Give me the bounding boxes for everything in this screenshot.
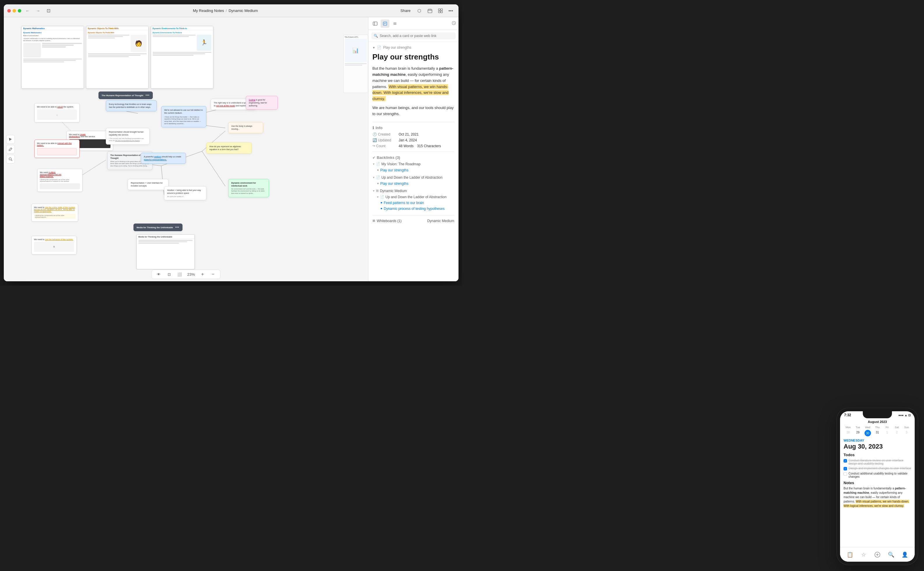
doc-title-environments: Dynamic Environments-To-Think-In <box>153 28 211 29</box>
wb-dm-label: Dynamic Medium <box>427 219 454 223</box>
dm-sub-text-2[interactable]: Dynamic process of testing hypotheses <box>384 207 445 211</box>
node-use-body[interactable]: Use the body in always moving... <box>228 122 263 133</box>
whiteboards-section: ⊞ Whiteboards (1) Dynamic Medium <box>373 219 454 223</box>
doc-card-media-thinking[interactable]: Media for Thinking the Unthinkable <box>136 235 195 269</box>
title-bar-right: Share ⬡ ••• <box>398 8 455 14</box>
zoom-out-button[interactable]: − <box>209 271 217 278</box>
node-text: Representation + User Interface for invi… <box>131 182 165 187</box>
search-tool[interactable] <box>6 155 15 164</box>
sidebar-clock-icon <box>452 21 456 26</box>
stack-icon-button[interactable]: ⬡ <box>415 8 424 14</box>
whiteboard-canvas[interactable]: Dynamic Mathematics Dynamic Mathematics … <box>15 17 368 270</box>
section-options-icon-media[interactable]: ••• <box>176 225 180 229</box>
sidebar-toggle-button[interactable]: ⊡ <box>45 8 53 14</box>
canvas-left-toolbar <box>6 135 15 164</box>
node-technology-throttles[interactable]: Every technology that throttles us in br… <box>106 100 157 111</box>
info-row-updated: 🔄 Updated Jan 4, 2024 <box>373 138 454 142</box>
svg-rect-1 <box>438 9 440 11</box>
body-text-3: We are human beings, and our tools shoul… <box>373 105 454 116</box>
doc-subtitle: Dynamic Medium <box>228 8 258 13</box>
backlink-group-header-ladder[interactable]: ▼ 📄 Up and Down the Ladder of Abstractio… <box>373 176 454 179</box>
breadcrumb-collapse-icon[interactable]: ▼ <box>373 46 375 49</box>
backlink-item-2[interactable]: Play our strengths <box>373 181 454 187</box>
back-button[interactable]: ← <box>24 8 32 14</box>
backlink-text-2[interactable]: Play our strengths <box>380 182 409 186</box>
svg-point-5 <box>9 158 11 160</box>
doc-card-dynamic-objects[interactable]: Dynamic Objects-To-Think-With Dynamic Ob… <box>86 26 149 89</box>
backlinks-collapse-icon: ↙ <box>373 156 375 159</box>
backlinks-section: ↙ Backlinks (3) ▼ 📄 My Vision: The Roadm… <box>373 155 454 211</box>
info-count-values: 48 Words 315 Characters <box>399 144 441 148</box>
doc-icon-myvision: 📄 <box>376 162 380 166</box>
minimize-button[interactable] <box>12 9 16 12</box>
doc-card-dynamic-mathematics[interactable]: Dynamic Mathematics Dynamic Mathematics … <box>21 26 84 89</box>
card-body: But the human brain is fundamentally a p… <box>373 66 454 117</box>
node-not-allowed-intellect[interactable]: We're not allowed to use our full intell… <box>161 106 207 127</box>
title-separator: / <box>226 8 227 13</box>
dm-sub-header-ladder[interactable]: ▼ 📄 Up and Down the Ladder of Abstractio… <box>373 194 454 200</box>
doc-body-media-thinking <box>137 239 194 245</box>
backlink-text-1[interactable]: Play our strengths <box>380 168 409 172</box>
info-label-created: 🕐 Created <box>373 132 399 136</box>
dm-sub-text-1[interactable]: Feed patterns to our brain <box>384 201 424 205</box>
node-text: Intuition + being able to feel your way … <box>167 189 203 198</box>
doc-body-mathematics: Dynamic Mathematics Mode of communicatio… <box>22 30 84 63</box>
dm-sub-item-2[interactable]: Dynamic process of testing hypotheses <box>373 206 454 211</box>
pen-tool[interactable] <box>6 145 15 154</box>
close-button[interactable] <box>7 9 11 12</box>
node-intuition-feeling[interactable]: Intuition + being able to feel your way … <box>164 186 207 200</box>
node-representation-service[interactable]: Representation should brought human capa… <box>106 128 150 145</box>
sidebar-icon: ⊡ <box>47 8 51 14</box>
doc-card-dynamic-environments[interactable]: Dynamic Environments-To-Think-In Dynamic… <box>151 26 213 89</box>
dynamic-medium-header[interactable]: ▼ ⊞ Dynamic Medium <box>373 189 454 193</box>
zoom-in-button[interactable]: + <box>199 271 207 278</box>
search-icon: 🔍 <box>374 34 378 38</box>
dm-sub-collapse-icon: ▼ <box>376 196 379 199</box>
backlink-group-header-myvision[interactable]: ▼ 📄 My Vision: The Roadmap <box>373 162 454 166</box>
section-header-media-thinking[interactable]: Media for Thinking the Unthinkable ••• <box>134 224 183 231</box>
backlink-item-1[interactable]: Play our strengths <box>373 167 454 173</box>
info-value-created: Oct 21, 2021 <box>399 132 419 136</box>
node-rep-ui-invisible[interactable]: Representation + User Interface for invi… <box>128 179 168 190</box>
node-see-entire-state: We need to see the entire state of the s… <box>31 204 78 222</box>
backlinks-title[interactable]: ↙ Backlinks (3) <box>373 155 454 160</box>
sidebar-card-btn[interactable] <box>381 20 389 28</box>
present-button[interactable]: ⬜ <box>176 271 184 278</box>
search-input[interactable] <box>380 34 453 38</box>
dm-sub-dot-2 <box>381 208 382 209</box>
backlink-group-ladder: ▼ 📄 Up and Down the Ladder of Abstractio… <box>373 176 454 187</box>
node-powerful-medium[interactable]: A powerful medium should help us create … <box>141 153 186 164</box>
section-header-text-media: Media for Thinking the Unthinkable <box>137 226 173 229</box>
dm-sub-item-1[interactable]: Feed patterns to our brain <box>373 200 454 206</box>
node-algebraic-equation[interactable]: How do you represent an algebraic equati… <box>207 142 251 154</box>
node-dynamic-environment[interactable]: Dynamic environment for intellectual wor… <box>228 179 269 198</box>
search-input-wrapper[interactable]: 🔍 <box>371 32 456 39</box>
sidebar-list-btn[interactable] <box>390 20 400 28</box>
sidebar-top-bar <box>369 17 458 30</box>
group-title-ladder: Up and Down the Ladder of Abstraction <box>381 176 442 179</box>
fit-screen-button[interactable]: ⊡ <box>165 271 173 278</box>
maximize-button[interactable] <box>18 9 21 12</box>
group-title-myvision: My Vision: The Roadmap <box>381 162 420 166</box>
node-coding-good[interactable]: Coding is good for engineering, bad for … <box>246 96 278 110</box>
grid-icon-button[interactable] <box>437 8 444 14</box>
dm-sub-doc-icon: 📄 <box>380 195 384 199</box>
forward-button[interactable]: → <box>34 8 42 14</box>
sidebar-panel-btn[interactable] <box>371 20 379 28</box>
section-options-icon[interactable]: ••• <box>146 94 150 97</box>
divider-2 <box>373 151 454 152</box>
more-button[interactable]: ••• <box>447 8 455 14</box>
svg-rect-20 <box>373 22 377 25</box>
calendar-icon-button[interactable] <box>426 8 434 14</box>
section-header-humane-rep[interactable]: The Humane Representation of Thought ••• <box>99 91 153 99</box>
node-title: Dynamic environment for intellectual wor… <box>231 182 266 187</box>
section-header-text: The Humane Representation of Thought <box>102 94 143 97</box>
share-button[interactable]: Share <box>398 8 413 14</box>
cursor-tool[interactable] <box>6 135 15 144</box>
dm-sub-dot-1 <box>381 202 382 204</box>
info-section-title: ℹ Info <box>373 126 454 130</box>
toggle-visibility-button[interactable]: 👁 <box>154 271 163 278</box>
node-text: Every technology that throttles us in br… <box>109 103 154 109</box>
info-value-updated: Jan 4, 2024 <box>399 138 417 142</box>
backlink-dot-1 <box>377 169 379 171</box>
